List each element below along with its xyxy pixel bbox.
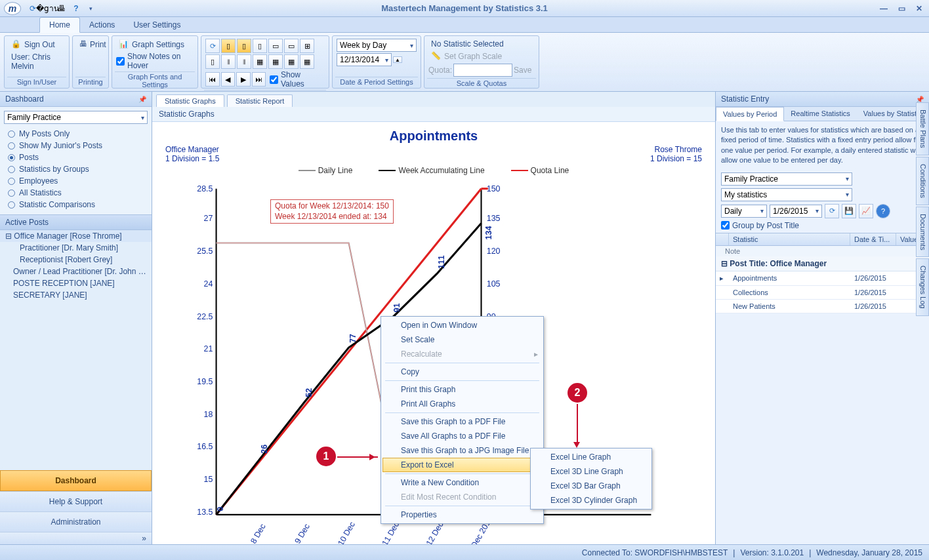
quota-input[interactable]	[453, 64, 512, 77]
layout-btn-6[interactable]: ▦	[284, 54, 299, 69]
layout-btn-3[interactable]: ⫴	[237, 54, 251, 69]
tree-item[interactable]: SECRETARY [JANE]	[0, 289, 152, 301]
graph-settings-button[interactable]: 📊Graph Settings	[116, 39, 194, 50]
layout-btn-1[interactable]: ▯	[205, 54, 220, 69]
ctx-save-all-pdf[interactable]: Save All Graphs to a PDF File	[382, 429, 542, 443]
tree-item[interactable]: Practitioner [Dr. Mary Smith]	[0, 242, 152, 254]
tab-realtime[interactable]: Realtime Statistics	[784, 107, 856, 121]
layout-btn-4[interactable]: ▦	[253, 54, 267, 69]
nav-last-button[interactable]: ⏭	[252, 72, 266, 87]
minimize-button[interactable]: —	[877, 4, 890, 13]
ctx-save-pdf[interactable]: Save this Graph to a PDF File	[382, 414, 542, 429]
grid-group-row[interactable]: ⊟ Post Title: Office Manager	[716, 256, 929, 271]
show-notes-checkbox[interactable]: Show Notes on Hover	[116, 52, 194, 70]
globe-icon[interactable]: �ցาน	[42, 3, 52, 14]
nav-next-button[interactable]: ▶	[236, 72, 251, 87]
pin-icon[interactable]: 📌	[138, 96, 146, 103]
grid-row[interactable]: ▸Appointments1/26/2015	[716, 271, 929, 286]
maximize-button[interactable]: ▭	[896, 4, 908, 13]
sidetab-changes-log[interactable]: Changes Log	[916, 258, 929, 315]
ctx-print-all[interactable]: Print All Graphs	[382, 397, 542, 411]
print-icon[interactable]: 🖶	[56, 3, 67, 14]
tree-root[interactable]: ⊟ Office Manager [Rose Throme]	[0, 230, 152, 242]
tree-item[interactable]: Owner / Lead Practitioner [Dr. John Que]	[0, 266, 152, 277]
layout-btn-5[interactable]: ▦	[268, 54, 283, 69]
sign-out-button[interactable]: 🔒Sign Out	[9, 39, 65, 50]
tab-stat-report[interactable]: Statistic Report	[227, 94, 293, 107]
sub-excel-3d-bar[interactable]: Excel 3D Bar Graph	[532, 479, 650, 493]
chart-entry-button[interactable]: 📈	[859, 204, 873, 218]
ctx-set-scale[interactable]: Set Scale	[382, 332, 542, 347]
sub-excel-3d-cyl[interactable]: Excel 3D Cylinder Graph	[532, 493, 650, 508]
layout-btn-2[interactable]: ⫴	[221, 54, 236, 69]
chart-annotation: Quota for Week 12/13/2014: 150Week 12/13…	[270, 199, 394, 224]
view-btn-1[interactable]: ▯	[221, 39, 236, 53]
entry-period-combo[interactable]: Daily	[721, 205, 767, 218]
tab-home[interactable]: Home	[39, 17, 80, 33]
period-date-input[interactable]: 12/13/2014	[337, 53, 392, 66]
sub-excel-3d-line[interactable]: Excel 3D Line Graph	[532, 464, 650, 479]
grid-row[interactable]: Collections1/26/2015	[716, 286, 929, 300]
sidetab-battle-plans[interactable]: Battle Plans	[916, 102, 929, 155]
ctx-copy[interactable]: Copy	[382, 365, 542, 379]
view-btn-3[interactable]: ▯	[253, 39, 267, 53]
view-btn-6[interactable]: ⊞	[300, 39, 314, 53]
close-button[interactable]: ✕	[913, 4, 925, 13]
ctx-export-excel[interactable]: Export to Excel▸	[382, 458, 542, 472]
sidetab-conditions[interactable]: Conditions	[916, 157, 929, 205]
qat-dropdown-icon[interactable]: ▾	[85, 3, 96, 14]
status-date: Wednesday, January 28, 2015	[816, 548, 922, 557]
grid-row[interactable]: New Patients1/26/2015	[716, 300, 929, 313]
date-up-button[interactable]: ▲	[393, 56, 402, 63]
ctx-properties[interactable]: Properties	[382, 508, 542, 522]
nav-first-button[interactable]: ⏮	[205, 72, 220, 87]
svg-text:28.5: 28.5	[197, 184, 213, 193]
radio-groups[interactable]: Statistics by Groups	[4, 163, 148, 175]
radio-employees[interactable]: Employees	[4, 175, 148, 187]
nav-expand[interactable]: »	[0, 532, 152, 544]
sidetab-documents[interactable]: Documents	[916, 207, 929, 258]
entry-date-input[interactable]: 1/26/2015	[770, 205, 822, 218]
group-by-post-checkbox[interactable]: Group by Post Title	[721, 221, 924, 230]
no-stat-label: No Statistic Selected	[428, 39, 535, 49]
nav-admin[interactable]: Administration	[0, 511, 152, 532]
entry-stats-combo[interactable]: My statistics	[721, 188, 852, 201]
view-btn-5[interactable]: ▭	[284, 39, 299, 53]
radio-my-posts[interactable]: My Posts Only	[4, 128, 148, 140]
refresh-entry-button[interactable]: ⟳	[825, 204, 839, 218]
tree-item[interactable]: POSTE RECEPTION [JANE]	[0, 277, 152, 289]
nav-prev-button[interactable]: ◀	[221, 72, 236, 87]
period-mode-combo[interactable]: Week by Day	[337, 39, 417, 52]
radio-posts[interactable]: Posts	[4, 151, 148, 163]
show-values-checkbox[interactable]: Show Values	[270, 70, 325, 89]
radio-juniors[interactable]: Show My Junior's Posts	[4, 140, 148, 151]
entry-practice-combo[interactable]: Family Practice	[721, 172, 852, 186]
nav-dashboard[interactable]: Dashboard	[0, 470, 152, 491]
view-btn-2[interactable]: ▯	[237, 39, 251, 53]
tab-user-settings[interactable]: User Settings	[124, 18, 190, 32]
save-entry-button[interactable]: 💾	[842, 204, 856, 218]
ctx-open-own[interactable]: Open in Own Window	[382, 318, 542, 332]
tab-stat-graphs[interactable]: Statistic Graphs	[156, 94, 224, 107]
help-icon[interactable]: ?	[71, 3, 81, 14]
tab-actions[interactable]: Actions	[80, 18, 124, 32]
view-btn-4[interactable]: ▭	[268, 39, 283, 53]
svg-text:15: 15	[204, 475, 213, 484]
chart-area[interactable]: Appointments Office Manager1 Division = …	[152, 122, 715, 544]
ctx-print-graph[interactable]: Print this Graph	[382, 382, 542, 397]
refresh-graph-button[interactable]: ⟳	[205, 39, 220, 53]
help-entry-button[interactable]: ?	[876, 204, 890, 218]
ctx-save-jpg[interactable]: Save this Graph to a JPG Image File	[382, 443, 542, 458]
tab-values-period[interactable]: Values by Period	[716, 107, 784, 121]
layout-btn-7[interactable]: ▦	[300, 54, 314, 69]
save-quota-button[interactable]: Save	[514, 66, 531, 75]
pin-icon[interactable]: 📌	[916, 96, 924, 103]
tree-item[interactable]: Receptionist [Robert Grey]	[0, 254, 152, 266]
print-button[interactable]: 🖶Print	[77, 39, 104, 50]
sub-excel-line[interactable]: Excel Line Graph	[532, 450, 650, 464]
radio-all[interactable]: All Statistics	[4, 187, 148, 199]
practice-combo[interactable]: Family Practice	[4, 111, 148, 124]
nav-help[interactable]: Help & Support	[0, 491, 152, 511]
radio-comparisons[interactable]: Statistic Comparisons	[4, 199, 148, 210]
ctx-write-condition[interactable]: Write a New Condition	[382, 475, 542, 490]
